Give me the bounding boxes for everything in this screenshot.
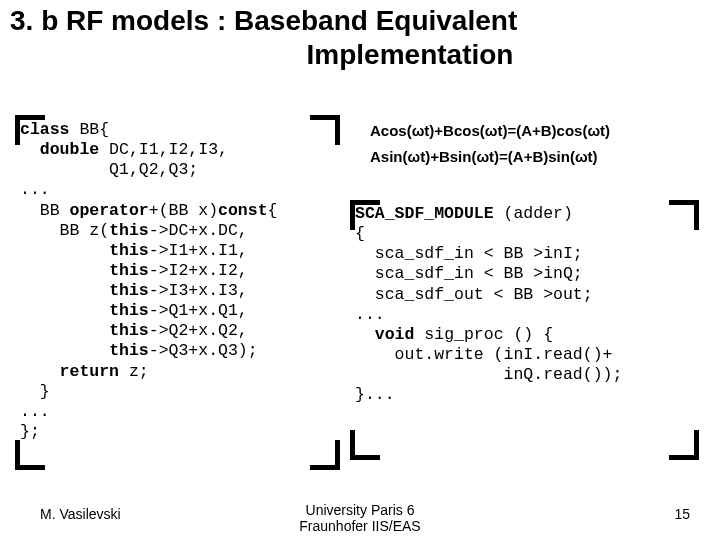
title-line1: 3. b RF models : Baseband Equivalent [10, 4, 710, 38]
formula-line2: Asin(ωt)+Bsin(ωt)=(A+B)sin(ωt) [370, 144, 610, 170]
footer-center-line2: Fraunhofer IIS/EAS [0, 518, 720, 534]
formula-line1: Acos(ωt)+Bcos(ωt)=(A+B)cos(ωt) [370, 118, 610, 144]
code-left-block: class BB{ double DC,I1,I2,I3, Q1,Q2,Q3; … [20, 120, 277, 442]
formula-block: Acos(ωt)+Bcos(ωt)=(A+B)cos(ωt) Asin(ωt)+… [370, 118, 610, 169]
code-right-block: SCA_SDF_MODULE (adder) { sca_sdf_in < BB… [355, 204, 622, 405]
bracket-left-bot-right-h [310, 465, 340, 470]
bracket-right-top-left-h [350, 200, 380, 205]
bracket-right-bot-right-h [669, 455, 699, 460]
footer-center-line1: University Paris 6 [0, 502, 720, 518]
bracket-right-bot-left-h [350, 455, 380, 460]
footer-affiliation: University Paris 6 Fraunhofer IIS/EAS [0, 502, 720, 534]
bracket-left-bot-left-h [15, 465, 45, 470]
footer-page-number: 15 [674, 506, 690, 522]
bracket-left-top-right-h [310, 115, 340, 120]
title-line2: Implementation [110, 38, 710, 72]
bracket-left-top-left-h [15, 115, 45, 120]
bracket-right-top-right-h [669, 200, 699, 205]
slide-title: 3. b RF models : Baseband Equivalent Imp… [10, 4, 710, 71]
